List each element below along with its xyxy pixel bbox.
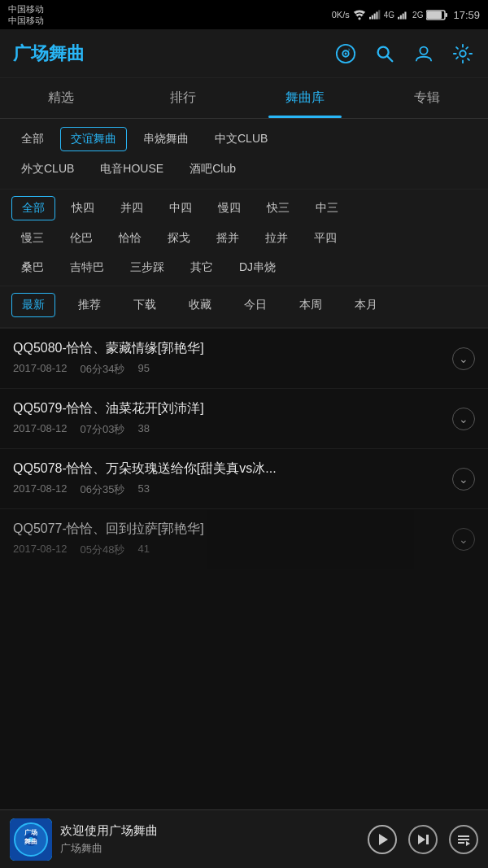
dance-mansi[interactable]: 慢四 xyxy=(208,197,251,220)
song-count-1: 95 xyxy=(137,362,149,377)
song-duration-2: 07分03秒 xyxy=(81,422,125,437)
song-item[interactable]: QQ5078-恰恰、万朵玫瑰送给你[甜美真vs冰... 2017-08-12 0… xyxy=(0,449,488,509)
svg-rect-2 xyxy=(372,15,373,20)
song-info-4: QQ5077-恰恰、回到拉萨[郭艳华] 2017-08-12 05分48秒 41 xyxy=(13,521,444,557)
filter-waiwenclub[interactable]: 外文CLUB xyxy=(11,158,84,181)
song-title-1: QQ5080-恰恰、蒙藏情缘[郭艳华] xyxy=(13,340,444,357)
app-title: 广场舞曲 xyxy=(13,41,85,66)
dance-kuaisan[interactable]: 快三 xyxy=(257,197,299,220)
filter-jiaoyiwuqu[interactable]: 交谊舞曲 xyxy=(60,127,127,151)
song-item[interactable]: QQ5079-恰恰、油菜花开[刘沛洋] 2017-08-12 07分03秒 38… xyxy=(0,389,488,449)
network-speed: 0K/s xyxy=(332,10,350,20)
sort-today[interactable]: 今日 xyxy=(234,294,277,316)
song-expand-3[interactable]: ⌄ xyxy=(452,468,475,491)
sort-favorite[interactable]: 收藏 xyxy=(179,294,221,316)
svg-point-0 xyxy=(358,17,360,20)
playlist-button[interactable] xyxy=(449,825,478,854)
filter-row-1: 全部 交谊舞曲 串烧舞曲 中文CLUB xyxy=(11,127,477,151)
song-item[interactable]: QQ5080-恰恰、蒙藏情缘[郭艳华] 2017-08-12 06分34秒 95… xyxy=(0,329,488,389)
song-duration-3: 06分35秒 xyxy=(81,482,125,497)
sort-download[interactable]: 下载 xyxy=(124,294,166,316)
filter-all-1[interactable]: 全部 xyxy=(11,128,54,150)
filter-jiubaclub[interactable]: 酒吧Club xyxy=(180,158,246,181)
svg-rect-4 xyxy=(376,12,377,20)
player-bar: 广场 舞曲 欢迎使用广场舞曲 广场舞曲 xyxy=(0,809,488,868)
sort-newest[interactable]: 最新 xyxy=(11,293,55,317)
sort-month[interactable]: 本月 xyxy=(345,294,387,316)
filter-dianyinhouse[interactable]: 电音HOUSE xyxy=(90,158,173,181)
song-expand-1[interactable]: ⌄ xyxy=(452,347,475,370)
tab-ranking[interactable]: 排行 xyxy=(122,78,244,118)
dance-labing[interactable]: 拉并 xyxy=(255,227,298,250)
song-count-4: 41 xyxy=(137,543,149,557)
svg-text:广场: 广场 xyxy=(24,828,37,836)
tab-library[interactable]: 舞曲库 xyxy=(244,78,366,118)
filter-chuanshao[interactable]: 串烧舞曲 xyxy=(133,128,198,150)
dance-bingsi[interactable]: 并四 xyxy=(111,197,153,220)
song-info-1: QQ5080-恰恰、蒙藏情缘[郭艳华] 2017-08-12 06分34秒 95 xyxy=(13,340,444,377)
song-info-2: QQ5079-恰恰、油菜花开[刘沛洋] 2017-08-12 07分03秒 38 xyxy=(13,400,444,437)
wifi-icon xyxy=(353,9,366,20)
dance-mansan[interactable]: 慢三 xyxy=(11,227,54,250)
svg-point-19 xyxy=(420,46,427,54)
dance-sangba[interactable]: 桑巴 xyxy=(11,256,54,279)
player-controls xyxy=(368,825,478,854)
dance-zhongsi[interactable]: 中四 xyxy=(159,197,202,220)
dance-qita[interactable]: 其它 xyxy=(181,256,223,279)
song-title-3: QQ5078-恰恰、万朵玫瑰送给你[甜美真vs冰... xyxy=(13,460,444,478)
dance-zhongsan[interactable]: 中三 xyxy=(306,197,348,220)
svg-rect-5 xyxy=(378,10,380,19)
song-title-2: QQ5079-恰恰、油菜花开[刘沛洋] xyxy=(13,400,444,417)
song-date-3: 2017-08-12 xyxy=(13,482,68,497)
svg-text:♪: ♪ xyxy=(347,46,351,54)
svg-rect-8 xyxy=(403,14,404,20)
svg-rect-11 xyxy=(446,13,448,17)
dance-qiaqia[interactable]: 恰恰 xyxy=(109,227,151,250)
dance-kuaisi[interactable]: 快四 xyxy=(62,197,104,220)
header: 广场舞曲 ♪ xyxy=(0,29,488,78)
sort-week[interactable]: 本周 xyxy=(290,294,332,316)
signal2-icon xyxy=(398,9,409,20)
header-icons: ♪ xyxy=(333,41,475,66)
song-expand-2[interactable]: ⌄ xyxy=(452,408,475,430)
dance-sanbucai[interactable]: 三步踩 xyxy=(120,256,174,279)
carrier-info: 中国移动 中国移动 xyxy=(8,3,44,27)
filter-zhongwenclub[interactable]: 中文CLUB xyxy=(205,128,277,150)
dance-all[interactable]: 全部 xyxy=(11,196,55,220)
dance-pingsi[interactable]: 平四 xyxy=(304,227,346,250)
dance-type-row-2: 慢三 伦巴 恰恰 探戈 摇并 拉并 平四 xyxy=(11,227,477,250)
tab-album[interactable]: 专辑 xyxy=(366,78,488,118)
search-icon[interactable] xyxy=(373,41,397,66)
dance-djchuanshao[interactable]: DJ串烧 xyxy=(229,256,285,279)
signal-icon xyxy=(369,9,381,20)
settings-icon[interactable] xyxy=(451,41,475,66)
song-list: QQ5080-恰恰、蒙藏情缘[郭艳华] 2017-08-12 06分34秒 95… xyxy=(0,329,488,569)
tab-bar: 精选 排行 舞曲库 专辑 xyxy=(0,78,488,119)
disc-icon[interactable]: ♪ xyxy=(333,41,358,66)
tab-featured[interactable]: 精选 xyxy=(0,78,122,118)
dance-type-row-1: 全部 快四 并四 中四 慢四 快三 中三 xyxy=(11,196,477,220)
song-meta-3: 2017-08-12 06分35秒 53 xyxy=(13,482,444,497)
battery-icon xyxy=(426,10,447,20)
dance-lunba[interactable]: 伦巴 xyxy=(60,227,102,250)
song-info-3: QQ5078-恰恰、万朵玫瑰送给你[甜美真vs冰... 2017-08-12 0… xyxy=(13,460,444,497)
dance-yaobing[interactable]: 摇并 xyxy=(207,227,249,250)
svg-rect-29 xyxy=(426,835,429,844)
player-info: 欢迎使用广场舞曲 广场舞曲 xyxy=(60,823,359,856)
dance-jiteba[interactable]: 吉特巴 xyxy=(60,256,114,279)
svg-rect-9 xyxy=(405,12,407,20)
user-icon[interactable] xyxy=(412,41,436,66)
svg-rect-7 xyxy=(400,15,402,20)
player-song-title: 欢迎使用广场舞曲 xyxy=(60,823,359,839)
play-button[interactable] xyxy=(368,825,397,854)
skip-next-button[interactable] xyxy=(408,825,438,854)
time: 17:59 xyxy=(453,9,480,21)
song-expand-4[interactable]: ⌄ xyxy=(452,528,475,551)
sort-recommend[interactable]: 推荐 xyxy=(68,294,111,316)
song-item-partial[interactable]: QQ5077-恰恰、回到拉萨[郭艳华] 2017-08-12 05分48秒 41… xyxy=(0,509,488,569)
svg-marker-28 xyxy=(418,835,425,844)
song-count-3: 53 xyxy=(137,482,149,497)
svg-rect-1 xyxy=(369,17,371,20)
dance-tange[interactable]: 探戈 xyxy=(158,227,200,250)
sort-section: 最新 推荐 下载 收藏 今日 本周 本月 xyxy=(0,286,488,329)
